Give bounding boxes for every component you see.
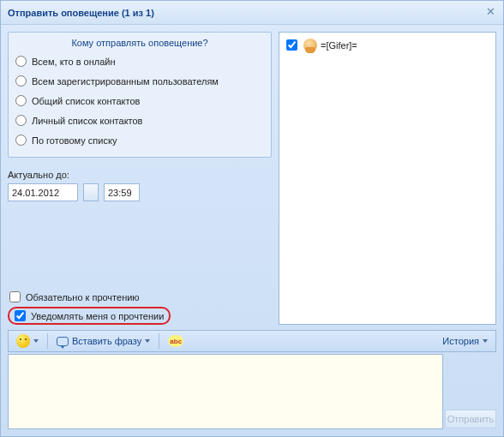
chevron-down-icon	[483, 339, 488, 343]
send-spacer	[445, 354, 496, 410]
separator	[47, 333, 48, 349]
separator	[159, 333, 159, 349]
radio-label: Общий список контактов	[32, 96, 140, 106]
abc-icon: abc	[168, 335, 183, 347]
history-label: История	[442, 336, 479, 346]
emoji-icon	[16, 334, 30, 348]
insert-phrase-label: Вставить фразу	[72, 336, 141, 346]
notify-me-checkbox[interactable]	[15, 310, 26, 321]
time-input[interactable]	[104, 183, 140, 201]
valid-until-label: Актуально до:	[8, 170, 272, 180]
toolbar: Вставить фразу abc История	[8, 330, 496, 352]
radio-global-contacts[interactable]: Общий список контактов	[14, 91, 266, 111]
radio-personal-contacts[interactable]: Личный список контактов	[14, 111, 266, 130]
radio-label: Всем, кто в онлайн	[32, 57, 116, 67]
recipients-list[interactable]: =[Gifer]=	[279, 32, 496, 325]
radio-registered-input[interactable]	[15, 75, 27, 87]
insert-phrase-button[interactable]: Вставить фразу	[51, 332, 155, 350]
user-icon	[303, 39, 317, 52]
titlebar: Отправить оповещение (1 из 1) ✕	[1, 1, 503, 25]
left-spacer	[8, 201, 272, 289]
must-read-check[interactable]: Обязательно к прочтению	[8, 289, 272, 305]
date-input[interactable]	[8, 183, 78, 201]
calendar-icon[interactable]	[83, 183, 99, 201]
chevron-down-icon	[33, 339, 39, 343]
dialog-window: Отправить оповещение (1 из 1) ✕ Кому отп…	[0, 0, 504, 437]
radio-saved-list[interactable]: По готовому списку	[14, 130, 266, 150]
list-item[interactable]: =[Gifer]=	[283, 36, 492, 54]
send-button[interactable]: Отправить	[445, 410, 496, 428]
message-input[interactable]	[8, 354, 443, 429]
radio-label: По готовому списку	[32, 135, 117, 146]
emoji-button[interactable]	[11, 332, 44, 350]
radio-online-input[interactable]	[15, 56, 27, 67]
left-column: Кому отправлять оповещение? Всем, кто в …	[8, 32, 272, 325]
must-read-checkbox[interactable]	[9, 291, 21, 302]
date-row	[8, 183, 272, 201]
recipient-name: =[Gifer]=	[321, 40, 357, 51]
notify-me-label: Уведомлять меня о прочтении	[31, 311, 164, 321]
highlight-ring: Уведомлять меня о прочтении	[8, 307, 171, 325]
valid-until: Актуально до:	[8, 170, 272, 201]
speech-bubble-icon	[57, 337, 69, 346]
recipient-checkbox[interactable]	[286, 39, 297, 51]
window-title: Отправить оповещение (1 из 1)	[8, 8, 484, 18]
close-icon[interactable]: ✕	[484, 7, 496, 19]
upper-area: Кому отправлять оповещение? Всем, кто в …	[8, 32, 496, 325]
radio-saved-list-input[interactable]	[15, 135, 27, 146]
notify-me-check[interactable]: Уведомлять меня о прочтении	[15, 310, 164, 321]
must-read-label: Обязательно к прочтению	[26, 292, 140, 302]
radio-label: Всем зарегистрированным пользователям	[32, 76, 219, 87]
radio-online[interactable]: Всем, кто в онлайн	[14, 51, 266, 71]
compose-area: Отправить	[8, 354, 496, 429]
spellcheck-button[interactable]: abc	[163, 332, 189, 350]
chevron-down-icon	[145, 339, 150, 343]
radio-registered[interactable]: Всем зарегистрированным пользователям	[14, 71, 266, 91]
dialog-body: Кому отправлять оповещение? Всем, кто в …	[1, 25, 503, 436]
group-title: Кому отправлять оповещение?	[14, 36, 266, 51]
history-button[interactable]: История	[437, 332, 493, 350]
radio-personal-contacts-input[interactable]	[15, 115, 27, 126]
radio-label: Личный список контактов	[32, 116, 142, 126]
recipients-group: Кому отправлять оповещение? Всем, кто в …	[8, 32, 272, 158]
send-column: Отправить	[445, 354, 496, 429]
radio-global-contacts-input[interactable]	[15, 95, 27, 106]
